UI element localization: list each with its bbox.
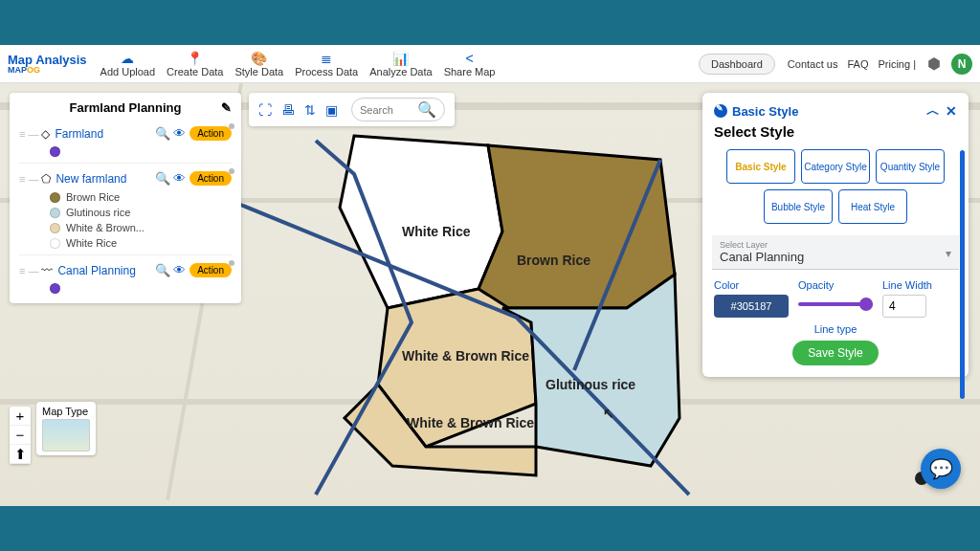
collapse-icon[interactable]: ︿: [926, 102, 940, 120]
fullscreen-icon[interactable]: ⛶: [258, 102, 272, 118]
user-avatar[interactable]: N: [951, 54, 972, 75]
style-panel: Basic Style ︿ ✕ Select Style Basic Style…: [702, 93, 969, 377]
drag-icon[interactable]: ≡: [19, 128, 25, 140]
layer-row-canal[interactable]: ≡— 〰 Canal Planning 🔍 👁 Action: [19, 259, 232, 281]
nav-style[interactable]: 🎨Style Data: [234, 51, 283, 77]
layer-action-button[interactable]: Action: [189, 126, 232, 141]
label-wb1: White & Brown Rice: [402, 348, 529, 364]
layer-name[interactable]: New farmland: [56, 172, 152, 186]
nav-analyze[interactable]: 📊Analyze Data: [369, 51, 432, 77]
panel-scrollbar[interactable]: [960, 150, 965, 399]
nav-upload[interactable]: ☁Add Upload: [100, 51, 156, 77]
nav-process[interactable]: ≣Process Data: [295, 51, 358, 77]
edit-title-icon[interactable]: ✎: [221, 100, 232, 115]
linewidth-input[interactable]: [882, 295, 926, 318]
zoom-to-icon[interactable]: 🔍: [155, 126, 170, 141]
swatch-row: Glutinous rice: [19, 205, 232, 220]
layer-select[interactable]: Select Layer Canal Planning ▾: [712, 235, 959, 270]
faq-link[interactable]: FAQ: [847, 58, 868, 70]
swatch-dot: [50, 192, 60, 203]
nav-analyze-label: Analyze Data: [369, 66, 432, 77]
chat-fab[interactable]: 💬: [921, 449, 961, 489]
style-panel-title: Basic Style: [732, 104, 798, 119]
layer-action-button[interactable]: Action: [189, 263, 232, 277]
visibility-icon[interactable]: 👁: [173, 171, 186, 186]
opacity-label: Opacity: [798, 279, 873, 291]
region-white-rice[interactable]: [340, 136, 502, 308]
zoom-out-button[interactable]: −: [10, 426, 31, 445]
print-icon[interactable]: 🖶: [281, 102, 295, 118]
close-icon[interactable]: ✕: [946, 103, 957, 119]
layer-name[interactable]: Farmland: [55, 127, 152, 141]
save-style-button[interactable]: Save Style: [792, 341, 878, 365]
swatch-row: White & Brown...: [19, 220, 232, 235]
zoom-in-button[interactable]: +: [10, 407, 31, 426]
layer-name[interactable]: Canal Planning: [57, 264, 152, 277]
tile-heat-style[interactable]: Heat Style: [838, 189, 907, 224]
style-panel-icon: [714, 104, 727, 118]
layers-title: Farmland Planning: [69, 100, 181, 115]
tile-bubble-style[interactable]: Bubble Style: [764, 189, 833, 224]
pin-icon: 📍: [187, 51, 203, 66]
zoom-control: + − ⬆: [10, 407, 31, 464]
swatch-dot: [50, 238, 60, 249]
nav-share-label: Share Map: [444, 66, 496, 77]
layers-icon: ≣: [321, 51, 332, 66]
tile-category-style[interactable]: Category Style: [801, 149, 870, 184]
top-toolbar: Map Analysis MAPOG ☁Add Upload 📍Create D…: [0, 45, 980, 83]
swatch-row: [19, 281, 232, 296]
zoom-to-icon[interactable]: 🔍: [155, 263, 170, 277]
nav-upload-label: Add Upload: [100, 66, 156, 77]
brand-line2a: MAP: [8, 65, 27, 75]
label-glut: Glutinous rice: [546, 377, 635, 392]
nav-process-label: Process Data: [295, 66, 358, 77]
search-icon[interactable]: 🔍: [417, 100, 436, 119]
nav-style-label: Style Data: [234, 66, 283, 77]
linetype-label: Line type: [714, 323, 957, 335]
color-swatch[interactable]: #305187: [714, 295, 789, 318]
opacity-slider[interactable]: [798, 295, 873, 314]
basemap-switcher[interactable]: Map Type: [36, 402, 96, 455]
layers-panel: Farmland Planning✎ ≡— ◇ Farmland 🔍 👁 Act…: [10, 93, 241, 303]
map-search[interactable]: 🔍: [351, 98, 445, 121]
swatch-label: White Rice: [66, 237, 117, 249]
dashboard-button[interactable]: Dashboard: [699, 54, 775, 75]
package-icon[interactable]: ⬢: [924, 55, 944, 74]
drag-icon[interactable]: ≡: [19, 173, 25, 185]
nav-create[interactable]: 📍Create Data: [167, 51, 223, 77]
measure-icon[interactable]: ⇅: [304, 102, 316, 118]
point-type-icon: ◇: [41, 127, 50, 141]
label-wb2: White & Brown Rice: [407, 415, 534, 430]
contact-link[interactable]: Contact us: [788, 58, 838, 70]
layer-row-new-farmland[interactable]: ≡— ⬠ New farmland 🔍 👁 Action: [19, 167, 232, 189]
swatch-row: Brown Rice: [19, 189, 232, 205]
polygon-type-icon: ⬠: [41, 172, 51, 186]
drag-icon[interactable]: ≡: [19, 265, 25, 276]
share-icon: <: [465, 51, 473, 66]
tile-quantity-style[interactable]: Quantity Style: [876, 149, 945, 184]
swatch-row: White Rice: [19, 235, 232, 251]
layer-select-value: Canal Planning: [720, 250, 951, 264]
brand-line2b: OG: [27, 65, 40, 75]
basemap-thumb[interactable]: [42, 419, 90, 452]
layer-action-button[interactable]: Action: [189, 171, 232, 186]
comment-icon[interactable]: ▣: [325, 102, 338, 118]
layer-row-farmland[interactable]: ≡— ◇ Farmland 🔍 👁 Action: [19, 122, 232, 144]
tile-basic-style[interactable]: Basic Style: [726, 149, 795, 184]
swatch-dot: [50, 283, 60, 294]
pricing-link[interactable]: Pricing |: [878, 58, 916, 70]
linewidth-label: Line Width: [882, 279, 957, 291]
north-button[interactable]: ⬆: [10, 445, 31, 464]
swatch-dot: [50, 146, 60, 157]
swatch-label: Glutinous rice: [66, 207, 130, 218]
label-white-rice: White Rice: [402, 224, 471, 239]
slider-knob[interactable]: [859, 298, 873, 311]
region-brown-rice[interactable]: [479, 145, 675, 308]
cursor-icon: ↖: [603, 406, 614, 421]
nav-share[interactable]: <Share Map: [444, 51, 496, 77]
visibility-icon[interactable]: 👁: [173, 263, 186, 277]
brand-logo: Map Analysis MAPOG: [8, 54, 87, 75]
search-input[interactable]: [360, 104, 417, 116]
zoom-to-icon[interactable]: 🔍: [155, 171, 170, 186]
visibility-icon[interactable]: 👁: [173, 126, 186, 141]
